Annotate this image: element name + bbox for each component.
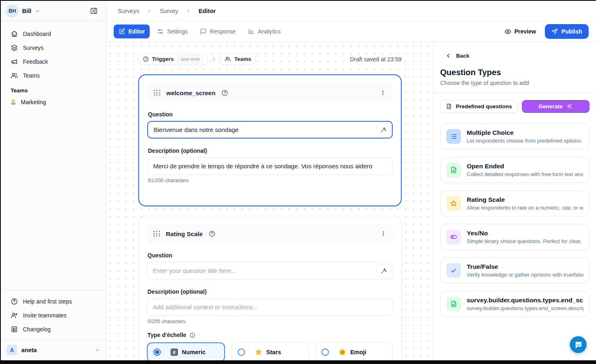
- help-circle-icon[interactable]: [221, 89, 228, 96]
- back-button[interactable]: Back: [434, 42, 596, 59]
- panel-collapse-icon: [90, 7, 98, 15]
- scale-type-label: Type d'échelle: [148, 332, 187, 338]
- predefined-questions-label: Predefined questions: [456, 103, 512, 109]
- bar-chart-icon: [248, 28, 254, 35]
- char-count: 0/200 characters: [148, 319, 392, 324]
- footer-item-label: Invite teammates: [23, 312, 67, 319]
- description-label: Description (optional): [148, 288, 392, 295]
- back-label: Back: [456, 53, 469, 59]
- star-emoji-icon: [255, 348, 262, 356]
- breadcrumb-survey[interactable]: Survey: [160, 8, 178, 14]
- question-type-true-false[interactable]: True/False Verify knowledge or gather op…: [440, 257, 589, 284]
- chevron-right-icon: [211, 56, 217, 62]
- sidebar-item-changelog[interactable]: Changelog: [5, 322, 102, 336]
- tab-analytics[interactable]: Analytics: [243, 25, 286, 38]
- question-type-end-screen[interactable]: survey.builder.questions.types.end_scr..…: [440, 291, 589, 317]
- sidebar-item-invite[interactable]: Invite teammates: [5, 308, 102, 322]
- sidebar-item-feedback[interactable]: Feedback: [5, 55, 102, 69]
- canvas-toolbar: Triggers one-time Teams Draft sav: [138, 53, 402, 65]
- breadcrumb: Surveys Survey Editor: [106, 1, 596, 21]
- org-avatar: A: [7, 345, 17, 355]
- question-type-open-ended[interactable]: Open Ended Collect detailed responses wi…: [440, 157, 589, 183]
- sidebar-collapse-button[interactable]: [86, 4, 101, 18]
- question-type-description: survey.builder.questions.types.end_scree…: [467, 305, 583, 311]
- question-title-input[interactable]: [147, 262, 393, 279]
- clock-icon: [143, 56, 149, 62]
- document-icon: [446, 163, 461, 177]
- sidebar-item-dashboard[interactable]: Dashboard: [5, 27, 102, 41]
- sidebar-item-teams[interactable]: Teams: [5, 69, 102, 83]
- chevron-left-icon: [445, 53, 451, 59]
- kebab-menu-icon[interactable]: [380, 89, 386, 96]
- sidebar-item-help[interactable]: Help and first steps: [5, 295, 102, 308]
- preview-button[interactable]: Preview: [499, 25, 541, 38]
- tab-label: Response: [210, 28, 236, 35]
- question-card-rating-scale[interactable]: Rating Scale Question: [138, 216, 402, 360]
- file-code-icon: [446, 103, 452, 109]
- sidebar-nav: Dashboard Surveys Feedback Teams: [1, 21, 106, 83]
- question-type-list: Multiple Choice Let respondents choose f…: [434, 117, 596, 324]
- radio-icon: [238, 348, 245, 356]
- question-type-description: Let respondents choose from predefined o…: [467, 138, 583, 144]
- question-type-title: survey.builder.questions.types.end_scr..…: [467, 297, 583, 304]
- question-card-header[interactable]: welcome_screen: [147, 83, 393, 102]
- sidebar-footer: Help and first steps Invite teammates Ch…: [1, 290, 106, 336]
- question-card-title: welcome_screen: [166, 89, 216, 96]
- toggle-icon: [446, 230, 461, 244]
- question-type-title: Open Ended: [467, 163, 583, 170]
- magic-wand-icon[interactable]: [376, 123, 391, 137]
- magic-wand-icon[interactable]: [377, 264, 391, 278]
- triggers-label: Triggers: [152, 56, 174, 62]
- description-input[interactable]: [147, 157, 393, 175]
- draft-status: Draft saved at 23:59: [350, 56, 401, 63]
- question-card-welcome-screen[interactable]: welcome_screen Question: [138, 74, 402, 206]
- publish-button[interactable]: Publish: [545, 24, 589, 39]
- sliders-icon: [157, 28, 164, 35]
- teams-chip[interactable]: Teams: [220, 53, 256, 65]
- info-icon[interactable]: [189, 332, 196, 338]
- breadcrumb-surveys[interactable]: Surveys: [118, 8, 139, 14]
- scale-type-options: # Numeric Stars: [147, 342, 393, 360]
- org-switcher[interactable]: A aneta: [1, 339, 106, 360]
- help-circle-icon: [11, 298, 18, 305]
- chevron-right-icon: [146, 8, 152, 14]
- scale-option-emoji[interactable]: Emoji: [315, 342, 393, 360]
- kebab-menu-icon[interactable]: [380, 230, 387, 237]
- chat-widget-button[interactable]: [570, 336, 587, 353]
- eye-icon: [504, 28, 511, 35]
- chevron-down-icon[interactable]: [35, 8, 40, 14]
- tab-editor[interactable]: Editor: [114, 25, 150, 38]
- question-type-rating-scale[interactable]: Rating Scale Allow respondents to rate o…: [440, 190, 589, 217]
- sidebar-item-team-marketing[interactable]: Marketing: [1, 95, 106, 109]
- home-icon: [11, 30, 18, 38]
- question-type-yes-no[interactable]: Yes/No Simple binary choice questions. P…: [440, 224, 589, 250]
- user-avatar[interactable]: BH: [6, 4, 19, 18]
- question-type-multiple-choice[interactable]: Multiple Choice Let respondents choose f…: [440, 123, 589, 150]
- triggers-chip[interactable]: Triggers one-time: [138, 53, 208, 65]
- footer-item-label: Changelog: [23, 326, 51, 333]
- sidebar-item-label: Feedback: [23, 58, 48, 65]
- scale-option-numeric[interactable]: # Numeric: [147, 342, 225, 360]
- question-card-header[interactable]: Rating Scale: [147, 224, 393, 243]
- trigger-type-badge: one-time: [177, 55, 204, 63]
- sidebar-item-surveys[interactable]: Surveys: [5, 41, 102, 55]
- footer-item-label: Help and first steps: [23, 298, 72, 305]
- document-icon: [446, 297, 461, 311]
- tab-response[interactable]: Response: [195, 25, 241, 38]
- panel-title: Question Types: [434, 59, 596, 77]
- sparkles-icon: [566, 103, 573, 110]
- tab-settings[interactable]: Settings: [152, 25, 193, 38]
- user-name[interactable]: Bill: [22, 8, 31, 14]
- question-title-input[interactable]: [147, 121, 393, 138]
- drag-handle-icon[interactable]: [153, 231, 160, 237]
- description-input[interactable]: [147, 298, 393, 316]
- teams-section-label: Teams: [1, 83, 106, 95]
- scale-option-stars[interactable]: Stars: [232, 342, 309, 360]
- help-circle-icon[interactable]: [209, 230, 216, 237]
- generate-button[interactable]: Generate: [522, 100, 589, 113]
- drag-handle-icon[interactable]: [154, 90, 161, 96]
- user-plus-icon: [11, 312, 18, 319]
- tab-label: Settings: [167, 28, 188, 35]
- teams-chip-label: Teams: [234, 56, 251, 62]
- predefined-questions-button[interactable]: Predefined questions: [440, 100, 518, 113]
